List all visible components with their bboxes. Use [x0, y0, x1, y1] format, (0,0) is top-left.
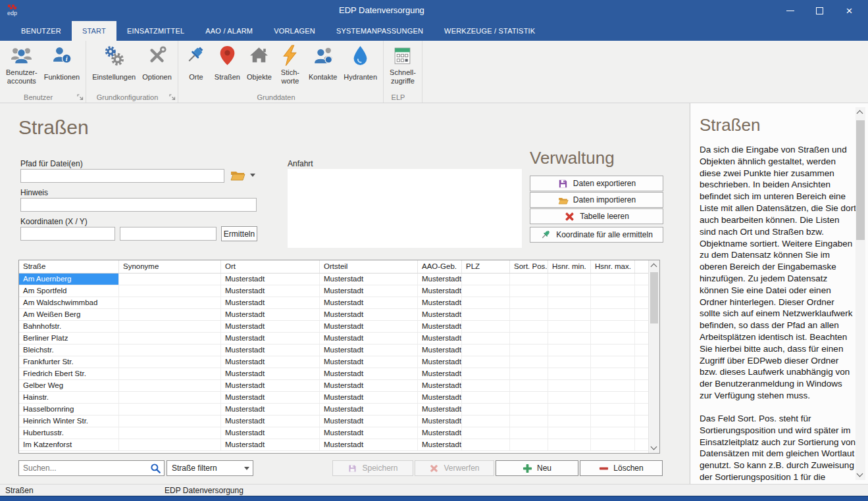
table-row[interactable]: Am WaldschwimmbadMusterstadtMusterstadtM…: [19, 297, 659, 309]
table-cell: [119, 274, 221, 285]
dialog-launcher-icon[interactable]: [77, 94, 84, 101]
column-header[interactable]: Hsnr. max.: [591, 260, 635, 273]
table-cell: [119, 309, 221, 320]
table-cell: Musterstadt: [320, 356, 418, 368]
stichworte-button[interactable]: Stich- worte: [275, 43, 305, 86]
maximize-button[interactable]: [805, 0, 834, 21]
scroll-up-icon[interactable]: [651, 264, 657, 270]
determine-button[interactable]: Ermitteln: [221, 226, 257, 241]
dialog-launcher-icon[interactable]: [169, 94, 176, 101]
table-cell: [510, 274, 548, 285]
tab-vorlagen[interactable]: VORLAGEN: [263, 21, 326, 41]
table-cell: [119, 333, 221, 344]
scroll-down-icon[interactable]: [857, 471, 863, 477]
discard-button[interactable]: Verwerfen: [415, 460, 494, 476]
table-cell: [548, 274, 591, 285]
help-paragraph: Das Feld Sort. Pos. steht für Sortierung…: [700, 413, 856, 484]
strassen-button[interactable]: Straßen: [211, 43, 243, 86]
export-data-button[interactable]: Daten exportieren: [530, 176, 663, 191]
schnellzugriffe-button[interactable]: Schnell- zugriffe: [386, 43, 419, 86]
table-cell: [548, 416, 591, 427]
kontakte-button[interactable]: Kontakte: [305, 43, 340, 86]
column-header[interactable]: Hsnr. min.: [548, 260, 591, 273]
table-cell: [462, 333, 510, 344]
table-row[interactable]: Hainstr.MusterstadtMusterstadtMusterstad…: [19, 392, 659, 404]
table-row[interactable]: Berliner PlatzMusterstadtMusterstadtMust…: [19, 333, 659, 345]
table-cell: [510, 380, 548, 391]
column-header[interactable]: Sort. Pos.: [510, 260, 548, 273]
table-row[interactable]: Bahnhofstr.MusterstadtMusterstadtMusters…: [19, 321, 659, 333]
scroll-down-icon[interactable]: [651, 444, 657, 450]
scroll-up-icon[interactable]: [857, 110, 863, 117]
button-label: Tabelle leeren: [580, 212, 629, 221]
tab-benutzer[interactable]: BENUTZER: [11, 21, 72, 41]
table-cell: [548, 439, 591, 450]
hydranten-button[interactable]: Hydranten: [340, 43, 380, 86]
table-cell: [548, 345, 591, 356]
delete-button[interactable]: Löschen: [580, 460, 663, 476]
minimize-button[interactable]: [775, 0, 805, 21]
table-row[interactable]: Frankfurter Str.MusterstadtMusterstadtMu…: [19, 356, 659, 368]
table-cell: Musterstadt: [221, 274, 320, 285]
scrollbar-thumb[interactable]: [650, 272, 658, 323]
tab-start[interactable]: START: [72, 21, 116, 41]
path-input[interactable]: [20, 169, 224, 183]
filter-dropdown[interactable]: Straße filtern: [166, 460, 253, 476]
help-scrollbar[interactable]: [855, 107, 865, 480]
table-row[interactable]: Im KatzenforstMusterstadtMusterstadtMust…: [19, 439, 659, 451]
table-row[interactable]: Am SportfeldMusterstadtMusterstadtMuster…: [19, 285, 659, 297]
benutzeraccounts-button[interactable]: Benutzer- accounts: [3, 43, 41, 86]
table-row[interactable]: Am Weißen BergMusterstadtMusterstadtMust…: [19, 309, 659, 321]
orte-button[interactable]: Orte: [181, 43, 211, 86]
table-row[interactable]: Friedrich Ebert Str.MusterstadtMustersta…: [19, 368, 659, 380]
column-header[interactable]: Synonyme: [119, 260, 221, 273]
table-row[interactable]: Hubertusstr.MusterstadtMusterstadtMuster…: [19, 427, 659, 439]
column-header[interactable]: Ort: [221, 260, 320, 273]
table-cell: [462, 392, 510, 403]
close-button[interactable]: ×: [834, 0, 864, 21]
table-row[interactable]: Gelber WegMusterstadtMusterstadtMusterst…: [19, 380, 659, 392]
new-button[interactable]: Neu: [496, 460, 578, 476]
column-header[interactable]: AAO-Geb.: [418, 260, 462, 273]
table-row[interactable]: Heinrich Winter Str.MusterstadtMustersta…: [19, 416, 659, 427]
import-data-button[interactable]: Daten importieren: [530, 192, 663, 208]
route-textarea[interactable]: [288, 169, 522, 248]
table-cell: [548, 368, 591, 379]
coordinate-x-input[interactable]: [20, 227, 115, 241]
table-row[interactable]: HasselbornringMusterstadtMusterstadtMust…: [19, 404, 659, 416]
optionen-button[interactable]: Optionen: [139, 43, 175, 86]
search-input[interactable]: [19, 464, 149, 473]
app-logo-icon: edp: [6, 4, 20, 17]
tab-werkzeuge-statistik[interactable]: WERKZEUGE / STATISTIK: [434, 21, 546, 41]
column-header[interactable]: Straße: [19, 260, 119, 273]
save-button[interactable]: Speichern: [332, 460, 413, 476]
column-header[interactable]: PLZ: [462, 260, 510, 273]
table-row[interactable]: Am AuernbergMusterstadtMusterstadtMuster…: [19, 274, 659, 285]
coordinate-y-input[interactable]: [120, 227, 217, 241]
browse-folder-button[interactable]: [230, 168, 255, 181]
table-cell: Musterstadt: [320, 427, 418, 439]
table-cell: Bahnhofstr.: [19, 321, 119, 332]
table-cell: [548, 380, 591, 391]
search-icon[interactable]: [149, 462, 161, 474]
column-header[interactable]: Ortsteil: [320, 260, 418, 273]
table-row[interactable]: Bleichstr.MusterstadtMusterstadtMusterst…: [19, 345, 659, 356]
hint-input[interactable]: [20, 198, 257, 212]
tab-systemanpassungen[interactable]: SYSTEMANPASSUNGEN: [326, 21, 434, 41]
clear-table-button[interactable]: Tabelle leeren: [530, 208, 663, 224]
table-cell: [548, 297, 591, 308]
table-cell: Heinrich Winter Str.: [19, 416, 119, 427]
table-cell: Musterstadt: [320, 416, 418, 427]
map-pin-icon: [217, 45, 238, 66]
einstellungen-button[interactable]: Einstellungen: [89, 43, 139, 86]
determine-all-coordinates-button[interactable]: Koordinate für alle ermitteln: [530, 227, 663, 243]
path-label: Pfad für Datei(en): [20, 159, 83, 168]
tab-aao-alarm[interactable]: AAO / ALARM: [195, 21, 263, 41]
tab-einsatzmittel[interactable]: EINSATZMITTEL: [116, 21, 195, 41]
table-scrollbar[interactable]: [648, 260, 659, 453]
objekte-button[interactable]: Objekte: [243, 43, 275, 86]
table-cell: Musterstadt: [418, 404, 462, 415]
management-title: Verwaltung: [530, 148, 615, 168]
funktionen-button[interactable]: i Funktionen: [41, 43, 83, 86]
scrollbar-thumb[interactable]: [856, 120, 865, 240]
